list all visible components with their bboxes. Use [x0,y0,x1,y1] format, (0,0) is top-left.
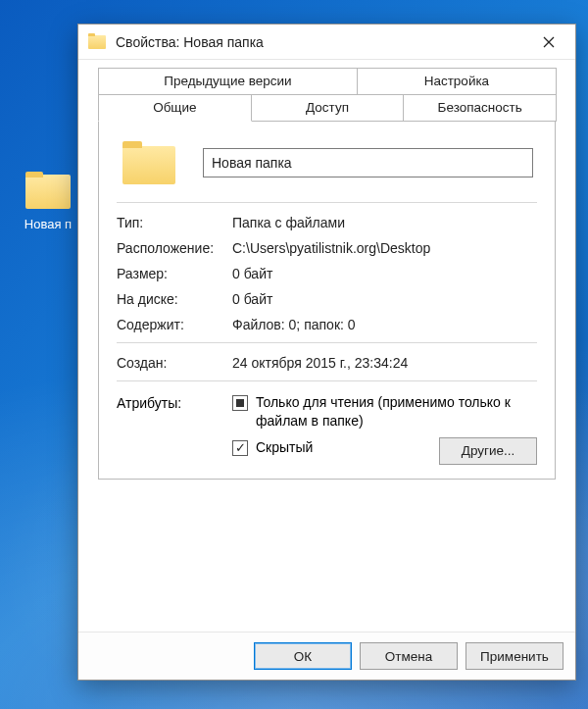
desktop-folder-label: Новая п [20,217,76,231]
created-value: 24 октября 2015 г., 23:34:24 [232,355,537,371]
tab-previous-versions[interactable]: Предыдущие версии [98,68,358,95]
close-icon [543,36,555,48]
contains-label: Содержит: [117,317,232,332]
close-button[interactable] [528,28,569,56]
created-label: Создан: [117,355,232,371]
folder-name-input[interactable] [203,148,533,177]
dialog-button-bar: ОК Отмена Применить [78,632,575,680]
size-value: 0 байт [232,266,537,281]
separator [117,380,537,381]
hidden-checkbox-label: Скрытый [256,438,313,457]
contains-value: Файлов: 0; папок: 0 [232,317,537,332]
titlebar[interactable]: Свойства: Новая папка [78,25,575,60]
properties-dialog: Свойства: Новая папка Предыдущие версии … [77,24,576,681]
tab-sharing[interactable]: Доступ [251,94,405,122]
readonly-checkbox-label: Только для чтения (применимо только к фа… [256,393,537,430]
location-label: Расположение: [117,240,232,256]
readonly-checkbox[interactable] [232,395,248,411]
folder-icon [88,33,106,51]
separator [117,342,537,343]
tabs: Предыдущие версии Настройка Общие Доступ… [88,60,565,480]
hidden-checkbox[interactable] [232,440,248,456]
tab-security[interactable]: Безопасность [403,94,557,122]
desktop-folder-shortcut[interactable]: Новая п [20,172,76,231]
location-value: C:\Users\pyatilistnik.org\Desktop [232,240,537,256]
cancel-button[interactable]: Отмена [360,642,458,670]
window-title: Свойства: Новая папка [116,34,528,50]
type-value: Папка с файлами [232,215,537,230]
apply-button[interactable]: Применить [466,642,564,670]
tab-customize[interactable]: Настройка [357,68,557,95]
separator [117,202,537,203]
size-on-disk-value: 0 байт [232,291,537,307]
tab-general-panel: Тип: Папка с файлами Расположение: C:\Us… [98,121,556,480]
size-on-disk-label: На диске: [117,291,232,307]
tab-general[interactable]: Общие [98,94,252,122]
type-label: Тип: [117,215,232,230]
ok-button[interactable]: ОК [254,642,352,670]
folder-icon [122,141,175,184]
size-label: Размер: [117,266,232,281]
advanced-button[interactable]: Другие... [439,437,537,465]
attributes-label: Атрибуты: [117,393,232,411]
readonly-checkbox-row[interactable]: Только для чтения (применимо только к фа… [232,393,537,430]
folder-icon [25,172,71,209]
